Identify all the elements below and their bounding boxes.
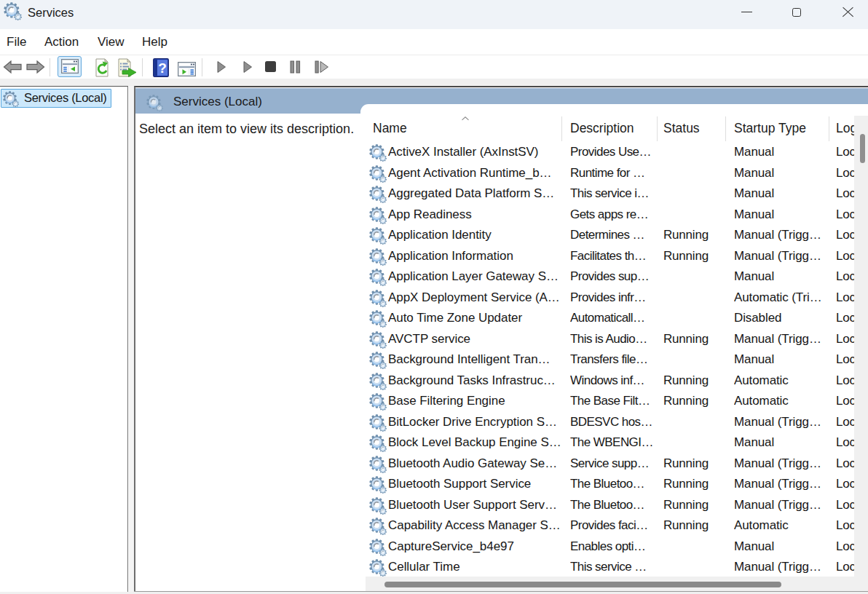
svg-text:?: ?: [158, 60, 167, 76]
